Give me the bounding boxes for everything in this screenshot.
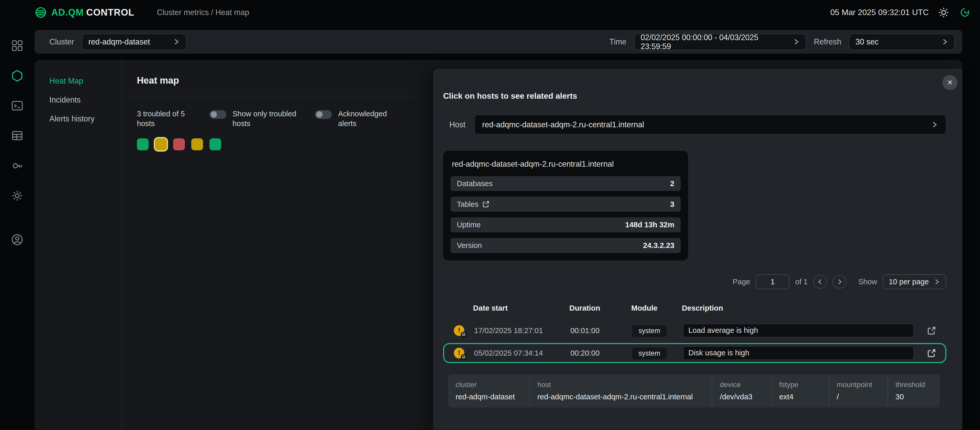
alerts-table: Date start Duration Module Description ! xyxy=(443,302,946,363)
dashboard-grid-icon[interactable] xyxy=(10,39,24,53)
alert-row[interactable]: ! 05/02/2025 07:34:14 00:20:00 system Di… xyxy=(443,343,946,363)
chevron-right-icon xyxy=(931,121,938,128)
bell-badge-icon xyxy=(461,354,467,360)
alert-duration: 00:20:00 xyxy=(570,349,632,357)
warning-alert-icon: ! xyxy=(454,325,465,336)
chevron-right-icon xyxy=(788,38,799,45)
refresh-interval-select[interactable]: 30 sec xyxy=(849,34,955,50)
adqm-logo-icon xyxy=(35,6,47,19)
host-info-card: red-adqmc-dataset-adqm-2.ru-central1.int… xyxy=(443,151,688,261)
show-troubled-toggle[interactable] xyxy=(210,110,226,119)
drawer-hint: Click on hosts to see related alerts xyxy=(443,91,946,101)
refresh-label: Refresh xyxy=(814,37,841,46)
detail-fstype: fstype ext4 xyxy=(772,374,829,408)
host-alerts-drawer: × Click on hosts to see related alerts H… xyxy=(433,69,963,430)
detail-host: host red-adqmc-dataset-adqm-2.ru-central… xyxy=(530,374,712,408)
tables-icon[interactable] xyxy=(10,129,24,143)
refresh-interval-value: 30 sec xyxy=(855,37,878,46)
alert-date-start: 17/02/2025 18:27:01 xyxy=(474,326,570,335)
info-row-databases: Databases 2 xyxy=(450,176,681,191)
current-datetime: 05 Mar 2025 09:32:01 UTC xyxy=(830,8,929,17)
per-page-select[interactable]: 10 per page xyxy=(883,274,946,289)
logo[interactable]: AD.QMCONTROL xyxy=(35,6,134,19)
warning-alert-icon: ! xyxy=(454,348,465,358)
toggle-acknowledged: Acknowledged alerts xyxy=(315,109,396,128)
host-tile[interactable] xyxy=(137,138,149,150)
alert-description-field[interactable]: Disk usage is high xyxy=(683,346,914,360)
chevron-right-icon xyxy=(168,38,180,45)
chevron-right-icon xyxy=(936,38,948,45)
nav-item-alerts-history[interactable]: Alerts history xyxy=(35,109,122,128)
cluster-select[interactable]: red-adqm-dataset xyxy=(82,34,187,50)
cluster-label: Cluster xyxy=(49,37,74,46)
show-label: Show xyxy=(858,277,877,286)
host-tile[interactable] xyxy=(210,138,221,150)
per-page-value: 10 per page xyxy=(889,277,929,286)
col-date-start: Date start xyxy=(473,304,569,312)
history-restore-icon[interactable] xyxy=(959,6,971,19)
host-label: Host xyxy=(443,120,465,129)
info-row-version: Version 24.3.2.23 xyxy=(450,238,681,253)
chevron-right-icon xyxy=(934,279,940,285)
alert-description-field[interactable]: Load average is high xyxy=(683,324,914,337)
databases-count: 2 xyxy=(670,179,674,188)
col-duration: Duration xyxy=(569,304,631,312)
access-key-icon[interactable] xyxy=(10,159,24,173)
alert-details-panel: cluster red-adqm-dataset host red-adqmc-… xyxy=(448,374,940,408)
prev-page-button[interactable] xyxy=(813,275,827,289)
filter-bar: Cluster red-adqm-dataset Time 02/02/2025… xyxy=(35,30,963,54)
next-page-button[interactable] xyxy=(833,275,846,289)
cluster-select-value: red-adqm-dataset xyxy=(88,37,150,46)
info-row-uptime: Uptime 148d 13h 32m xyxy=(450,217,681,232)
detail-cluster: cluster red-adqm-dataset xyxy=(448,374,529,408)
version-value: 24.3.2.23 xyxy=(643,241,674,250)
uptime-value: 148d 13h 32m xyxy=(625,221,675,229)
alerts-table-header: Date start Duration Module Description xyxy=(443,302,946,314)
host-tile[interactable] xyxy=(191,138,203,150)
nav-item-incidents[interactable]: Incidents xyxy=(35,90,122,109)
col-module: Module xyxy=(631,304,682,312)
info-row-tables: Tables 3 xyxy=(450,197,681,212)
page-number-input[interactable] xyxy=(756,274,789,289)
alert-row[interactable]: ! 17/02/2025 18:27:01 00:01:00 system Lo… xyxy=(443,321,946,340)
alert-date-start: 05/02/2025 07:34:14 xyxy=(474,349,570,357)
detail-device: device /dev/vda3 xyxy=(712,374,771,408)
external-link-icon[interactable] xyxy=(482,200,490,208)
user-profile-icon[interactable] xyxy=(10,233,24,246)
alert-module-chip: system xyxy=(632,348,667,360)
detail-threshold: threshold 30 xyxy=(888,374,940,408)
open-alert-link-icon[interactable] xyxy=(918,348,945,358)
page-of-label: of 1 xyxy=(795,277,808,286)
cluster-hexagon-icon[interactable] xyxy=(10,69,24,83)
col-description: Description xyxy=(682,304,919,312)
adqm-control-app: AD.QMCONTROL Cluster metrics / Heat map … xyxy=(0,0,980,430)
top-bar: AD.QMCONTROL Cluster metrics / Heat map … xyxy=(0,0,980,25)
time-range-value: 02/02/2025 00:00:00 - 04/03/2025 23:59:5… xyxy=(641,33,788,51)
theme-toggle-sun-icon[interactable] xyxy=(938,6,950,19)
time-label: Time xyxy=(609,37,627,46)
time-range-select[interactable]: 02/02/2025 00:00:00 - 04/03/2025 23:59:5… xyxy=(634,34,806,50)
detail-mountpoint: mountpoint / xyxy=(829,374,888,408)
host-select[interactable]: red-adqmc-dataset-adqm-2.ru-central1.int… xyxy=(474,115,946,134)
pagination-bar: Page of 1 Show 10 per page xyxy=(443,274,946,289)
close-icon[interactable]: × xyxy=(942,75,958,90)
icon-rail-sidebar xyxy=(0,25,35,430)
acknowledged-alerts-label: Acknowledged alerts xyxy=(338,109,396,128)
host-tile[interactable] xyxy=(155,138,167,150)
brand-name-secondary: CONTROL xyxy=(86,7,134,18)
show-troubled-label: Show only troubled hosts xyxy=(232,109,302,128)
toggle-show-troubled: Show only troubled hosts xyxy=(210,109,303,128)
nav-item-heat-map[interactable]: Heat Map xyxy=(35,71,122,90)
bell-badge-icon xyxy=(461,332,467,338)
acknowledged-alerts-toggle[interactable] xyxy=(315,110,332,119)
host-tile[interactable] xyxy=(173,138,185,150)
settings-gear-icon[interactable] xyxy=(10,189,24,203)
section-nav: Heat Map Incidents Alerts history xyxy=(35,60,122,430)
host-select-value: red-adqmc-dataset-adqm-2.ru-central1.int… xyxy=(482,120,644,129)
open-alert-link-icon[interactable] xyxy=(918,326,945,336)
page-label: Page xyxy=(733,277,750,286)
breadcrumb[interactable]: Cluster metrics / Heat map xyxy=(157,8,249,17)
tables-count: 3 xyxy=(670,200,674,209)
alert-module-chip: system xyxy=(632,325,667,337)
terminal-icon[interactable] xyxy=(10,99,24,113)
